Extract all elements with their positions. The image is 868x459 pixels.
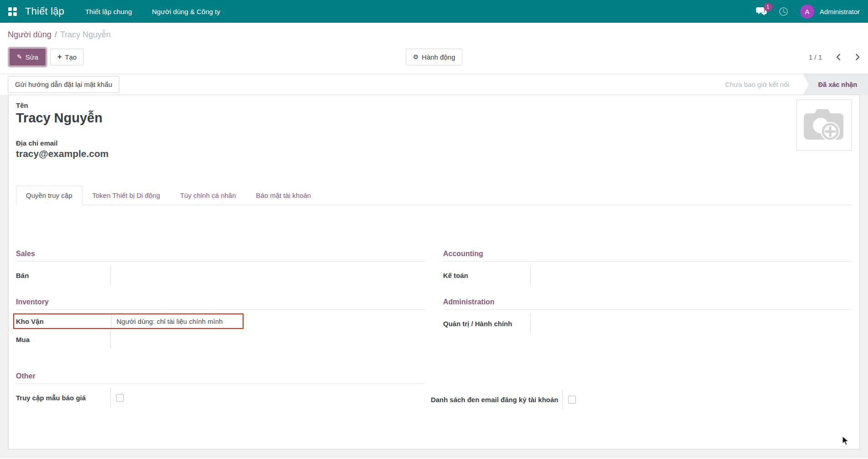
breadcrumb-link-users[interactable]: Người dùng (8, 30, 51, 39)
section-title-inventory: Inventory (16, 298, 425, 310)
field-row-quotation-template-access: Truy cập mẫu báo giá (16, 388, 425, 408)
menu-item-users-companies[interactable]: Người dùng & Công ty (152, 8, 220, 15)
email-label: Địa chỉ email (16, 139, 852, 147)
field-label-administration: Quản trị / Hành chính (443, 313, 531, 333)
section-title-administration: Administration (443, 298, 853, 310)
send-reset-password-button[interactable]: Gửi hướng dẫn đặt lại mật khẩu (8, 76, 119, 93)
plus-icon: + (57, 53, 61, 61)
status-confirmed-badge[interactable]: Đã xác nhận (803, 74, 868, 95)
field-row-purchase: Mua (16, 330, 425, 348)
edit-button[interactable]: ✎ Sửa (10, 49, 46, 66)
profile-image-uploader[interactable] (797, 100, 852, 151)
messages-button[interactable]: 1 (756, 7, 767, 16)
nav-menu: Thiết lập chung Người dùng & Công ty (85, 8, 220, 15)
form-sheet: Tên Tracy Nguyễn Địa chỉ email tracy@exa… (8, 95, 860, 449)
field-value-purchase[interactable] (111, 330, 116, 348)
breadcrumb-current: Tracy Nguyễn (60, 30, 111, 39)
status-never-connected: Chưa bao giờ kết nối (725, 81, 789, 88)
section-sales: Sales Bán (16, 250, 425, 285)
section-title-accounting: Accounting (443, 250, 853, 262)
section-inventory: Inventory Kho Vận Người dùng: chỉ tài li… (16, 298, 425, 348)
chevron-right-icon (855, 53, 860, 61)
action-button[interactable]: ⚙ Hành động (406, 49, 462, 66)
field-row-inventory-highlighted: Kho Vận Người dùng: chỉ tài liệu chính m… (13, 313, 244, 329)
camera-plus-icon (802, 106, 846, 144)
section-other: Other Truy cập mẫu báo giá (16, 372, 425, 408)
tab-mobile-device-token[interactable]: Token Thiết bị Di động (82, 186, 170, 205)
notebook-tabs: Quyền truy cập Token Thiết bị Di động Tù… (16, 186, 852, 205)
checkbox-email-blacklist[interactable] (568, 396, 576, 404)
field-row-email-blacklist: Danh sách đen email đăng ký tài khoản (443, 389, 853, 409)
field-label-sales: Bán (16, 265, 111, 285)
field-label-accounting: Kế toán (443, 265, 531, 285)
section-title-other: Other (16, 372, 425, 384)
chevron-left-icon (836, 53, 841, 61)
section-administration: Administration Quản trị / Hành chính (443, 298, 853, 333)
breadcrumb: Người dùng/Tracy Nguyễn (8, 29, 860, 40)
messages-badge: 1 (764, 3, 772, 11)
field-value-administration[interactable] (531, 313, 536, 333)
sheet-background: Tên Tracy Nguyễn Địa chỉ email tracy@exa… (0, 95, 868, 458)
field-value-accounting[interactable] (531, 265, 536, 285)
control-panel: Người dùng/Tracy Nguyễn ✎ Sửa + Tạo ⚙ Hà… (0, 23, 868, 74)
tab-preferences[interactable]: Tùy chỉnh cá nhân (170, 186, 246, 205)
breadcrumb-separator: / (55, 30, 57, 39)
field-row-sales: Bán (16, 265, 425, 285)
pencil-icon: ✎ (17, 54, 22, 60)
form-statusbar: Gửi hướng dẫn đặt lại mật khẩu Chưa bao … (0, 74, 868, 95)
activities-button[interactable] (779, 7, 788, 16)
field-label-quotation-template-access: Truy cập mẫu báo giá (16, 388, 111, 408)
tab-access-rights[interactable]: Quyền truy cập (16, 186, 82, 205)
access-rights-content: Sales Bán Accounting Kế toán Inventory K… (16, 250, 852, 409)
apps-menu-icon[interactable] (8, 7, 17, 16)
top-navbar: Thiết lập Thiết lập chung Người dùng & C… (0, 0, 868, 23)
menu-item-general-settings[interactable]: Thiết lập chung (85, 8, 132, 15)
field-row-accounting: Kế toán (443, 265, 853, 285)
field-label-email-blacklist: Danh sách đen email đăng ký tài khoản (443, 389, 563, 409)
field-value-inventory[interactable]: Người dùng: chỉ tài liệu chính mình (112, 314, 223, 328)
field-row-administration: Quản trị / Hành chính (443, 313, 853, 333)
name-value: Tracy Nguyễn (16, 111, 852, 126)
app-name[interactable]: Thiết lập (25, 5, 64, 17)
section-accounting: Accounting Kế toán (443, 250, 853, 285)
field-label-purchase: Mua (16, 330, 111, 348)
field-label-inventory: Kho Vận (16, 314, 112, 328)
clock-icon (779, 7, 788, 16)
tab-account-security[interactable]: Bảo mật tài khoản (246, 186, 321, 205)
pager-value: 1 / 1 (809, 53, 822, 61)
email-value: tracy@example.com (16, 148, 852, 159)
checkbox-quotation-template-access[interactable] (116, 394, 124, 402)
user-avatar[interactable]: A (800, 5, 814, 19)
pager-previous-button[interactable] (836, 53, 841, 61)
name-label: Tên (16, 101, 852, 109)
section-other-right: Danh sách đen email đăng ký tài khoản (443, 372, 853, 409)
field-value-sales[interactable] (111, 265, 116, 285)
pager: 1 / 1 (809, 53, 860, 61)
pager-next-button[interactable] (855, 53, 860, 61)
section-title-sales: Sales (16, 250, 425, 262)
user-name[interactable]: Administrator (820, 8, 860, 15)
create-button[interactable]: + Tạo (50, 49, 84, 66)
gear-icon: ⚙ (413, 54, 419, 60)
